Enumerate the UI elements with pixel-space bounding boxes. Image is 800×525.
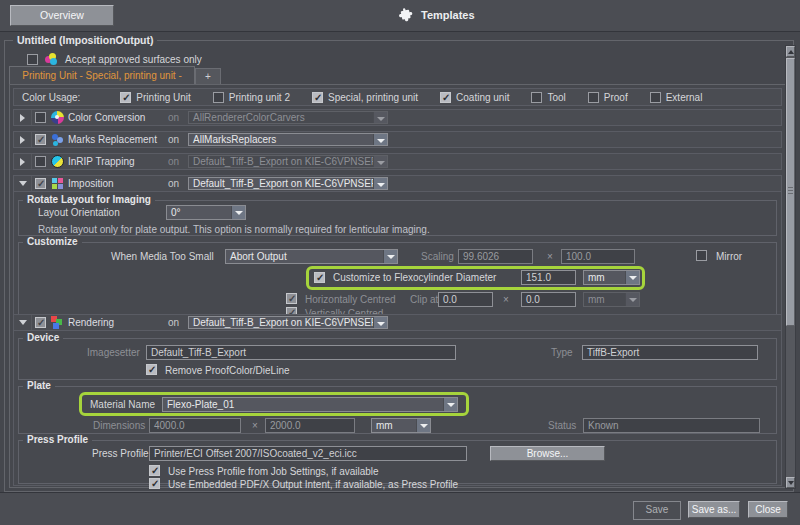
- plate-group: Plate Material Name Flexo-Plate_01 Dimen…: [18, 386, 777, 434]
- color-conversion-dropdown[interactable]: AllRendererColorCarvers: [188, 111, 388, 124]
- marks-replacement-dropdown[interactable]: AllMarksReplacers: [188, 133, 388, 146]
- vertical-scrollbar[interactable]: [785, 45, 796, 489]
- close-button[interactable]: Close: [748, 501, 788, 518]
- save-as-button[interactable]: Save as...: [688, 501, 740, 518]
- scroll-down-arrow-icon[interactable]: [786, 477, 795, 488]
- rendering-collapse-arrow-icon[interactable]: [14, 315, 32, 330]
- dimensions-y-input[interactable]: 2000.0: [265, 418, 355, 433]
- scaling-y-input[interactable]: 100.0: [561, 249, 635, 264]
- dropdown-arrow-icon[interactable]: [443, 398, 457, 411]
- when-media-too-small-dropdown[interactable]: Abort Output: [225, 249, 398, 264]
- layout-orientation-dropdown[interactable]: 0°: [166, 205, 246, 220]
- horizontally-centred-checkbox[interactable]: [286, 293, 297, 304]
- material-name-dropdown[interactable]: Flexo-Plate_01: [162, 397, 458, 412]
- dropdown-arrow-icon[interactable]: [373, 134, 387, 145]
- status-input[interactable]: Known: [583, 418, 760, 433]
- top-bar: Overview Templates: [0, 0, 800, 32]
- dropdown-arrow-icon[interactable]: [373, 112, 387, 123]
- use-press-profile-checkbox[interactable]: [149, 465, 160, 476]
- accept-approved-row: Accept approved surfaces only: [27, 53, 202, 66]
- remove-proofcolor-checkbox[interactable]: [146, 364, 157, 375]
- inrip-trapping-expand-arrow-icon[interactable]: [14, 154, 32, 169]
- use-embedded-pdfx-checkbox[interactable]: [149, 478, 160, 489]
- coating-unit-checkbox[interactable]: [440, 92, 451, 103]
- dimensions-times-separator: ×: [252, 420, 258, 431]
- clip-unit-dropdown[interactable]: mm: [583, 292, 640, 307]
- imposition-collapse-arrow-icon[interactable]: [14, 176, 32, 191]
- printing-unit-2-checkbox[interactable]: [213, 92, 224, 103]
- external-checkbox[interactable]: [650, 92, 661, 103]
- printing-unit-label: Printing Unit: [136, 92, 190, 103]
- proof-checkbox[interactable]: [588, 92, 599, 103]
- usage-option-external: External: [650, 92, 703, 103]
- scrollbar-thumb[interactable]: [786, 58, 795, 326]
- flexo-diameter-label: Customize to Flexocylinder Diameter: [333, 272, 496, 283]
- marks-icon: [51, 133, 64, 146]
- dropdown-arrow-icon[interactable]: [373, 156, 387, 167]
- dimensions-x-input[interactable]: 4000.0: [149, 418, 241, 433]
- dropdown-arrow-icon[interactable]: [416, 419, 430, 432]
- usage-option-printing-unit: Printing Unit: [120, 92, 190, 103]
- clip-y-input[interactable]: 0.0: [521, 292, 576, 307]
- use-embedded-pdfx-label: Use Embedded PDF/X Output Intent, if ava…: [168, 479, 458, 490]
- rendering-section: Rendering on Default_Tiff-B_Export on KI…: [13, 314, 782, 486]
- dimensions-unit-dropdown[interactable]: mm: [371, 418, 431, 433]
- color-usage-row: Color Usage: Printing Unit Printing unit…: [13, 88, 782, 106]
- imposition-label: Imposition: [68, 176, 114, 191]
- color-conversion-checkbox[interactable]: [35, 112, 46, 123]
- press-profile-input[interactable]: Printer/ECI Offset 2007/ISOcoated_v2_eci…: [149, 446, 467, 461]
- dropdown-arrow-icon[interactable]: [383, 250, 397, 263]
- material-name-label: Material Name: [90, 399, 155, 410]
- accept-approved-checkbox[interactable]: [27, 54, 38, 65]
- usage-option-special-printing-unit: Special, printing unit: [312, 92, 418, 103]
- app-title-label: Templates: [421, 9, 475, 21]
- marks-replacement-checkbox[interactable]: [35, 134, 46, 145]
- flexo-diameter-checkbox[interactable]: [314, 272, 325, 283]
- trapping-icon: [51, 155, 64, 168]
- flexo-highlight-box: Customize to Flexocylinder Diameter 151.…: [306, 266, 645, 290]
- imposition-checkbox[interactable]: [35, 178, 46, 189]
- save-button[interactable]: Save: [633, 501, 681, 520]
- remove-proofcolor-label: Remove ProofColor/DieLine: [165, 365, 290, 376]
- type-input[interactable]: TiffB-Export: [582, 345, 758, 360]
- flexo-diameter-input[interactable]: 151.0: [521, 270, 576, 285]
- scroll-up-arrow-icon[interactable]: [786, 46, 795, 57]
- status-label: Status: [548, 420, 576, 431]
- scaling-x-input[interactable]: 99.6026: [458, 249, 533, 264]
- rendering-checkbox[interactable]: [35, 317, 46, 328]
- dropdown-arrow-icon[interactable]: [625, 293, 639, 306]
- imposition-output-group: Untitled (ImpositionOutput) Accept appro…: [4, 40, 794, 492]
- coating-unit-label: Coating unit: [456, 92, 509, 103]
- clip-x-input[interactable]: 0.0: [438, 292, 493, 307]
- dropdown-arrow-icon[interactable]: [231, 206, 245, 219]
- overview-button[interactable]: Overview: [10, 5, 114, 26]
- dropdown-arrow-icon[interactable]: [373, 317, 387, 328]
- rendering-dropdown[interactable]: Default_Tiff-B_Export on KIE-C6VPNSERV01: [188, 316, 388, 329]
- imagesetter-label: Imagesetter: [87, 347, 140, 358]
- imposition-dropdown[interactable]: Default_Tiff-B_Export on KIE-C6VPNSERV01: [188, 177, 388, 190]
- press-profile-label: Press Profile: [92, 448, 149, 459]
- inrip-trapping-checkbox[interactable]: [35, 156, 46, 167]
- dropdown-arrow-icon[interactable]: [373, 178, 387, 189]
- imagesetter-input[interactable]: Default_Tiff-B_Export: [146, 345, 456, 360]
- tab-printing-units[interactable]: Printing Unit - Special, printing unit -…: [9, 66, 195, 84]
- marks-replacement-expand-arrow-icon[interactable]: [14, 132, 32, 147]
- when-media-too-small-label: When Media Too Small: [111, 251, 214, 262]
- printing-unit-checkbox[interactable]: [120, 92, 131, 103]
- rendering-icon: [51, 316, 64, 329]
- tab-add-button[interactable]: +: [195, 68, 221, 84]
- special-printing-unit-checkbox[interactable]: [312, 92, 323, 103]
- marks-replacement-row: Marks Replacement on AllMarksReplacers: [13, 131, 782, 148]
- browse-button[interactable]: Browse...: [490, 446, 605, 461]
- flexo-unit-dropdown[interactable]: mm: [583, 270, 640, 285]
- scaling-times-separator: ×: [547, 251, 553, 262]
- dropdown-arrow-icon[interactable]: [625, 271, 639, 284]
- mirror-checkbox[interactable]: [696, 250, 707, 261]
- device-title: Device: [23, 332, 63, 343]
- inrip-trapping-dropdown[interactable]: Default_Tiff-B_Export on KIE-C6VPNSERV01: [188, 155, 388, 168]
- customize-title: Customize: [23, 236, 82, 247]
- on-label: on: [168, 132, 179, 147]
- color-conversion-expand-arrow-icon[interactable]: [14, 110, 32, 125]
- tool-checkbox[interactable]: [531, 92, 542, 103]
- external-label: External: [666, 92, 703, 103]
